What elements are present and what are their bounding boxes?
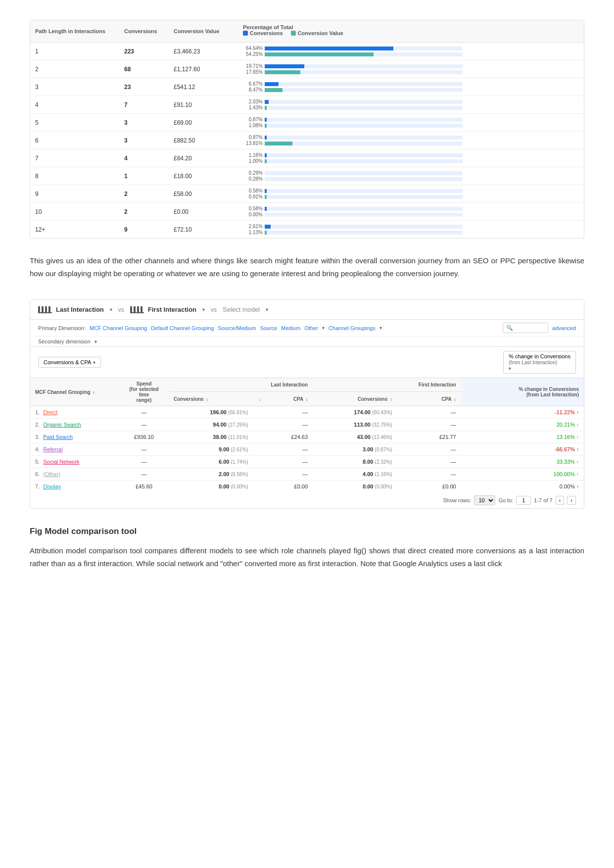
- th-last-conv[interactable]: Conversions ↕: [169, 392, 253, 406]
- chart-cell: 0.58% 0.00%: [238, 203, 584, 221]
- th-last-sort[interactable]: ↓: [253, 392, 267, 406]
- conv-cell: 7: [119, 96, 169, 114]
- mcf-table-row: 4. Referral — 9.00 (2.61%) — 3.00 (0.87%…: [30, 443, 584, 456]
- mcf-channel-cell: 6. (Other): [30, 468, 119, 481]
- mcf-table-row: 2. Organic Search — 94.00 (27.25%) — 113…: [30, 419, 584, 431]
- metrics-dropdown[interactable]: Conversions & CPA ▾: [38, 357, 101, 368]
- dim-channel-arrow[interactable]: ▾: [379, 325, 382, 331]
- th-first-blank: [397, 392, 415, 406]
- first-cpa-cell: £21.77: [415, 431, 461, 443]
- col-header-conversions: Conversions: [119, 20, 169, 43]
- dim-source-medium[interactable]: Source/Medium: [218, 325, 256, 331]
- spend-cell: —: [119, 443, 169, 456]
- channel-link[interactable]: Social Network: [43, 459, 79, 465]
- channel-link[interactable]: Organic Search: [43, 422, 81, 428]
- val-cell: £1,127.60: [169, 60, 238, 78]
- mcf-table-wrapper: MCF Channel Grouping ↕ Spend (for select…: [30, 378, 584, 492]
- pct-change-arrow: ▾: [509, 366, 511, 371]
- page-input[interactable]: [516, 496, 531, 505]
- pct-change-cell: 100.00% ↑: [461, 468, 584, 481]
- model1-dropdown-arrow[interactable]: ▾: [110, 307, 112, 312]
- model-bar: Last Interaction ▾ vs First Interaction …: [30, 300, 584, 320]
- model1-label: Last Interaction: [56, 306, 104, 313]
- search-input[interactable]: [515, 325, 545, 331]
- channel-link[interactable]: Paid Search: [43, 434, 73, 440]
- sort-last-cpa: ↕: [306, 397, 308, 402]
- chart-cell: 1.16% 1.00%: [238, 149, 584, 167]
- last-cpa-cell: —: [266, 419, 313, 431]
- path-cell: 3: [30, 78, 119, 96]
- secondary-dim-arrow[interactable]: ▾: [94, 339, 97, 344]
- search-box[interactable]: 🔍: [503, 323, 548, 333]
- table-row: 10 2 £0.00 0.58% 0.00%: [30, 203, 584, 221]
- conv-cell: 4: [119, 149, 169, 167]
- dim-channel-groupings[interactable]: Channel Groupings: [329, 325, 376, 331]
- th-first-cpa[interactable]: CPA ↕: [415, 392, 461, 406]
- show-rows-select[interactable]: 10 25 50: [474, 495, 495, 505]
- conv-cell: 3: [119, 132, 169, 149]
- mcf-table-row: 6. (Other) — 2.00 (0.58%) — 4.00 (1.16%)…: [30, 468, 584, 481]
- sort-first-cpa: ↕: [454, 397, 456, 402]
- dim-source[interactable]: Source: [260, 325, 277, 331]
- last-conv-cell: 2.00 (0.58%): [169, 468, 253, 481]
- conv-cell: 223: [119, 43, 169, 60]
- pct-change-cell: 13.16% ↑: [461, 431, 584, 443]
- metrics-bar: Conversions & CPA ▾ % change in Conversi…: [30, 347, 584, 378]
- model2-dropdown-arrow[interactable]: ▾: [202, 307, 205, 312]
- table-row: 9 2 £58.00 0.58% 0.91%: [30, 185, 584, 203]
- model2-label: First Interaction: [148, 306, 196, 313]
- advanced-link[interactable]: advanced: [552, 325, 576, 331]
- channel-link[interactable]: Display: [43, 483, 61, 489]
- channel-link[interactable]: Referral: [43, 446, 62, 452]
- dim-default-channel[interactable]: Default Channel Grouping: [151, 325, 214, 331]
- legend-conversions: Conversions: [243, 30, 283, 36]
- first-blank-cell: [397, 443, 415, 456]
- next-page-btn[interactable]: ›: [567, 496, 576, 505]
- page-range: 1-7 of 7: [534, 497, 552, 503]
- val-cell: £72.10: [169, 221, 238, 239]
- model2-icon: [130, 306, 144, 313]
- secondary-dim-label[interactable]: Secondary dimension: [38, 338, 91, 344]
- metrics-arrow: ▾: [93, 360, 95, 365]
- chart-cell: 6.67% 8.47%: [238, 78, 584, 96]
- val-cell: £91.10: [169, 96, 238, 114]
- last-sort-cell: [253, 481, 267, 493]
- dim-other[interactable]: Other: [304, 325, 318, 331]
- conv-cell: 3: [119, 114, 169, 132]
- dim-other-arrow[interactable]: ▾: [322, 325, 325, 331]
- legend-dot-conv-value: [291, 31, 296, 36]
- channel-link[interactable]: (Other): [43, 471, 60, 477]
- path-cell: 8: [30, 167, 119, 185]
- th-first-conv[interactable]: Conversions ↕: [313, 392, 397, 406]
- chart-cell: 19.71% 17.65%: [238, 60, 584, 78]
- select-model-placeholder[interactable]: Select model: [223, 306, 260, 313]
- first-cpa-cell: £0.00: [415, 481, 461, 493]
- last-sort-cell: [253, 431, 267, 443]
- path-length-table: Path Length in Interactions Conversions …: [30, 20, 584, 239]
- th-grouping[interactable]: MCF Channel Grouping ↕: [30, 378, 119, 406]
- legend-label-conv-value: Conversion Value: [298, 30, 343, 36]
- body-text-2: Attribution model comparison tool compar…: [30, 544, 584, 570]
- conv-cell: 68: [119, 60, 169, 78]
- val-cell: £541.12: [169, 78, 238, 96]
- col-header-path: Path Length in Interactions: [30, 20, 119, 43]
- last-cpa-cell: —: [266, 443, 313, 456]
- th-first-interaction: First Interaction: [313, 378, 461, 392]
- first-blank-cell: [397, 481, 415, 493]
- prev-page-btn[interactable]: ‹: [556, 496, 565, 505]
- dim-medium[interactable]: Medium: [281, 325, 300, 331]
- pct-change-dropdown[interactable]: % change in Conversions (from Last Inter…: [503, 351, 576, 374]
- chart-cell: 2.61% 1.13%: [238, 221, 584, 239]
- first-conv-cell: 113.00 (32.75%): [313, 419, 397, 431]
- pct-change-cell: 20.21% ↑: [461, 419, 584, 431]
- channel-link[interactable]: Direct: [43, 409, 57, 415]
- select-model-arrow[interactable]: ▾: [266, 307, 268, 312]
- mcf-channel-cell: 1. Direct: [30, 406, 119, 419]
- table-row: 5 3 £69.00 0.87% 1.08%: [30, 114, 584, 132]
- th-last-cpa[interactable]: CPA ↕: [266, 392, 313, 406]
- th-pct-change: % change in Conversions (from Last Inter…: [461, 378, 584, 406]
- spend-cell: —: [119, 456, 169, 468]
- conv-cell: 9: [119, 221, 169, 239]
- pct-change-cell: 0.00% ↑: [461, 481, 584, 493]
- dim-mcf-channel[interactable]: MCF Channel Grouping: [90, 325, 147, 331]
